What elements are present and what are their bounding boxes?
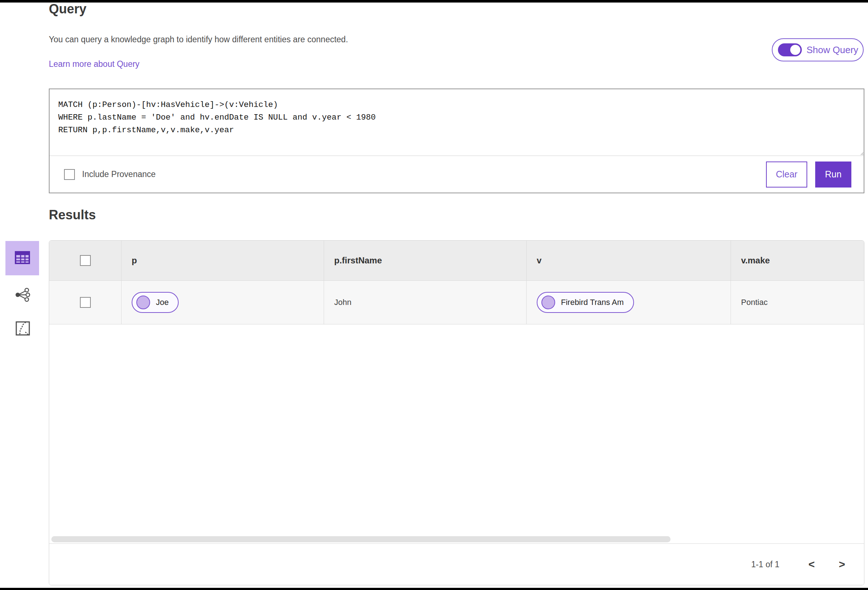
results-title: Results xyxy=(49,207,96,222)
table-empty-area xyxy=(49,324,864,543)
entity-pill-vehicle[interactable]: Firebird Trans Am xyxy=(537,292,634,313)
query-editor-footer: Include Provenance Clear Run xyxy=(50,155,864,193)
bottom-edge-bar xyxy=(0,588,868,590)
include-provenance-checkbox[interactable] xyxy=(64,169,75,180)
entity-dot-icon xyxy=(542,296,555,309)
table-row: Joe John Firebird Trans Am Pontiac xyxy=(49,281,864,324)
column-header-v: v xyxy=(527,241,731,280)
column-header-v-make: v.make xyxy=(731,241,864,280)
map-icon xyxy=(15,321,30,337)
top-edge-bar xyxy=(0,0,868,3)
clear-button[interactable]: Clear xyxy=(766,162,807,187)
learn-more-link[interactable]: Learn more about Query xyxy=(49,59,140,69)
pagination-range-label: 1-1 of 1 xyxy=(751,560,779,569)
link-chart-view-button[interactable] xyxy=(12,286,33,305)
cell-v-make: Pontiac xyxy=(731,281,864,324)
cell-v: Firebird Trans Am xyxy=(527,281,731,324)
horizontal-scrollbar-thumb[interactable] xyxy=(52,536,670,542)
query-page: Query You can query a knowledge graph to… xyxy=(0,0,868,590)
column-header-p: p xyxy=(121,241,324,280)
show-query-toggle[interactable]: Show Query xyxy=(772,38,864,62)
entity-dot-icon xyxy=(136,296,150,309)
link-chart-icon xyxy=(15,288,30,303)
table-header-row: p p.firstName v v.make xyxy=(49,241,864,281)
query-input[interactable]: MATCH (p:Person)-[hv:HasVehicle]->(v:Veh… xyxy=(50,89,864,155)
entity-pill-label: Firebird Trans Am xyxy=(561,298,624,307)
table-pagination-footer: 1-1 of 1 < > xyxy=(49,543,864,585)
run-button[interactable]: Run xyxy=(815,162,851,187)
row-select-checkbox[interactable] xyxy=(80,297,91,308)
column-header-p-firstname: p.firstName xyxy=(324,241,527,280)
cell-p-firstname: John xyxy=(324,281,527,324)
query-editor: MATCH (p:Person)-[hv:HasVehicle]->(v:Veh… xyxy=(49,88,864,193)
entity-pill-person[interactable]: Joe xyxy=(131,292,179,313)
results-panel: p p.firstName v v.make Joe John Firebird… xyxy=(49,240,864,585)
entity-pill-label: Joe xyxy=(156,298,168,307)
chevron-left-icon[interactable]: < xyxy=(803,556,820,573)
table-icon xyxy=(14,249,31,267)
page-description: You can query a knowledge graph to ident… xyxy=(49,35,348,44)
toggle-switch-icon[interactable] xyxy=(778,43,802,56)
map-view-button[interactable] xyxy=(13,319,32,338)
select-all-checkbox[interactable] xyxy=(80,255,91,266)
table-view-button[interactable] xyxy=(6,241,39,275)
toggle-knob xyxy=(790,45,800,55)
include-provenance-label[interactable]: Include Provenance xyxy=(82,169,155,179)
cell-p: Joe xyxy=(121,281,324,324)
header-select-cell xyxy=(49,241,121,280)
row-select-cell xyxy=(49,281,121,324)
page-title: Query xyxy=(49,1,86,17)
show-query-label: Show Query xyxy=(806,44,858,56)
chevron-right-icon[interactable]: > xyxy=(834,556,850,573)
